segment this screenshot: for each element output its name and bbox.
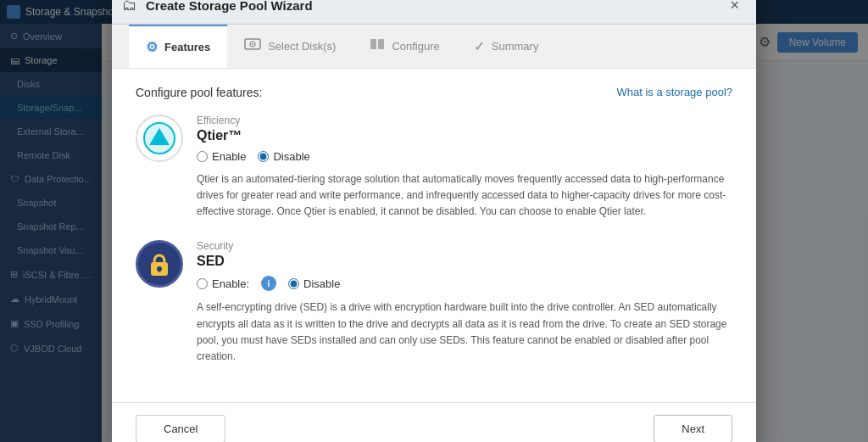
cancel-button[interactable]: Cancel xyxy=(136,415,225,442)
step-configure[interactable]: Configure xyxy=(353,25,456,68)
step-select-disks[interactable]: Select Disk(s) xyxy=(227,25,353,68)
security-disable-radio[interactable]: Disable xyxy=(288,277,340,290)
security-description: A self-encrypting drive (SED) is a drive… xyxy=(197,299,732,365)
efficiency-controls: Enable Disable xyxy=(197,150,732,163)
next-button[interactable]: Next xyxy=(654,415,732,442)
efficiency-disable-input[interactable] xyxy=(258,151,269,162)
modal-footer: Cancel Next xyxy=(112,402,756,442)
content-header-label: Configure pool features: xyxy=(136,86,262,99)
efficiency-category: Efficiency xyxy=(197,115,732,126)
svg-point-2 xyxy=(252,43,253,45)
modal-content: Configure pool features: What is a stora… xyxy=(112,69,756,402)
security-name: SED xyxy=(197,254,732,269)
efficiency-description: Qtier is an automated-tiering storage so… xyxy=(197,171,732,221)
security-disable-input[interactable] xyxy=(288,278,299,289)
wizard-steps: ⚙ Features Select Disk(s) Configure xyxy=(112,25,756,69)
summary-step-label: Summary xyxy=(492,40,539,53)
security-feature-body: Security SED Enable: i Disable xyxy=(197,240,732,365)
security-enable-input[interactable] xyxy=(197,278,208,289)
modal-close-button[interactable]: × xyxy=(723,0,746,18)
efficiency-feature-section: Efficiency Qtier™ Enable Disable xyxy=(136,115,732,221)
efficiency-disable-radio[interactable]: Disable xyxy=(258,150,309,163)
create-storage-pool-wizard: 🗂 Create Storage Pool Wizard × ⚙ Feature… xyxy=(112,0,756,442)
content-header: Configure pool features: What is a stora… xyxy=(136,86,732,99)
efficiency-enable-radio[interactable]: Enable xyxy=(197,150,246,163)
security-icon xyxy=(136,240,183,288)
modal-titlebar: 🗂 Create Storage Pool Wizard × xyxy=(112,0,756,25)
step-features[interactable]: ⚙ Features xyxy=(129,25,227,68)
svg-rect-11 xyxy=(159,269,160,272)
security-feature-section: Security SED Enable: i Disable xyxy=(136,240,732,365)
features-step-icon: ⚙ xyxy=(146,39,158,55)
modal-overlay: 🗂 Create Storage Pool Wizard × ⚙ Feature… xyxy=(0,0,868,442)
modal-title: Create Storage Pool Wizard xyxy=(146,0,715,13)
efficiency-feature-body: Efficiency Qtier™ Enable Disable xyxy=(197,115,732,221)
info-badge[interactable]: i xyxy=(261,276,276,291)
efficiency-disable-label: Disable xyxy=(273,150,309,163)
security-disable-label: Disable xyxy=(303,277,340,290)
svg-rect-3 xyxy=(370,39,376,49)
configure-step-label: Configure xyxy=(392,40,439,53)
features-step-label: Features xyxy=(164,41,210,53)
security-controls: Enable: i Disable xyxy=(197,276,732,291)
security-radio-group: Enable: i Disable xyxy=(197,276,340,291)
summary-step-icon: ✓ xyxy=(474,38,485,54)
what-is-storage-pool-link[interactable]: What is a storage pool? xyxy=(616,86,732,98)
step-summary[interactable]: ✓ Summary xyxy=(457,25,556,68)
efficiency-radio-group: Enable Disable xyxy=(197,150,310,163)
select-disks-step-icon xyxy=(244,38,261,53)
efficiency-name: Qtier™ xyxy=(197,128,732,143)
security-category: Security xyxy=(197,240,732,252)
efficiency-enable-label: Enable xyxy=(212,150,246,163)
security-enable-radio[interactable]: Enable: xyxy=(197,277,249,290)
efficiency-icon xyxy=(136,115,183,162)
wizard-icon: 🗂 xyxy=(122,0,137,14)
select-disks-step-label: Select Disk(s) xyxy=(268,40,336,53)
svg-rect-4 xyxy=(378,39,384,49)
security-enable-label: Enable: xyxy=(212,277,249,290)
efficiency-enable-input[interactable] xyxy=(197,151,208,162)
configure-step-icon xyxy=(370,38,385,53)
